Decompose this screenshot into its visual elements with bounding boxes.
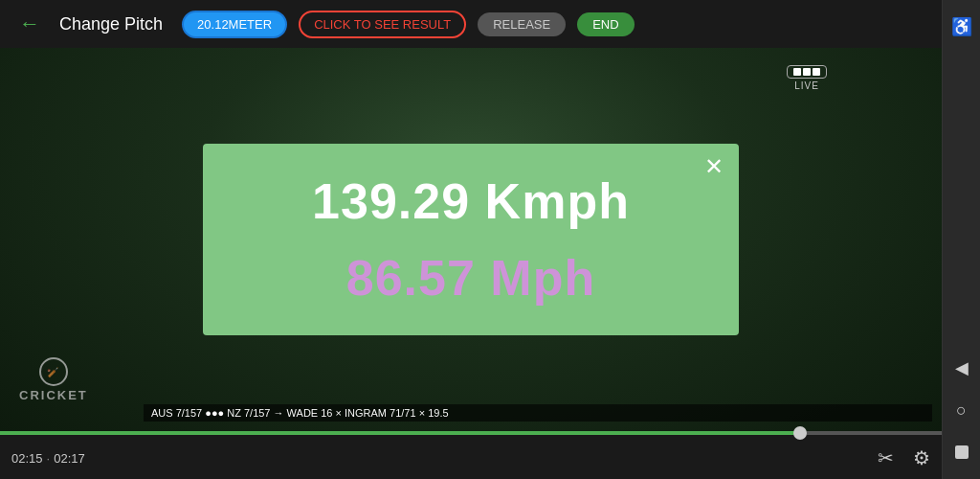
right-sidebar: ♿ ◀ ○	[942, 0, 980, 479]
back-button[interactable]: ←	[11, 8, 48, 40]
sidebar-icons-group: ◀ ○	[945, 351, 979, 469]
trim-icon[interactable]: ✂	[878, 446, 894, 469]
time-separator: ·	[47, 451, 51, 466]
settings-icon[interactable]: ⚙	[913, 446, 930, 469]
end-badge[interactable]: END	[577, 12, 634, 36]
release-badge[interactable]: RELEASE	[478, 12, 566, 36]
bottom-icons: ✂ ⚙	[878, 446, 930, 469]
page-title: Change Pitch	[59, 14, 163, 34]
modal-overlay: ✕ 139.29 Kmph 86.57 Mph	[0, 48, 942, 431]
stop-icon-shape	[955, 445, 969, 459]
modal-close-button[interactable]: ✕	[704, 155, 724, 178]
total-time: 02:17	[54, 451, 85, 466]
result-badge[interactable]: CLICK TO SEE RESULT	[299, 11, 466, 38]
accessibility-icon[interactable]: ♿	[945, 10, 979, 44]
bottom-bar: 02:15 · 02:17 ✂ ⚙	[0, 431, 942, 479]
bottom-controls: 02:15 · 02:17 ✂ ⚙	[0, 437, 942, 479]
progress-track[interactable]	[0, 431, 942, 435]
main-area: ← Change Pitch 20.12METER CLICK TO SEE R…	[0, 0, 942, 479]
speed-mph-display: 86.57 Mph	[346, 249, 595, 307]
screen: ← Change Pitch 20.12METER CLICK TO SEE R…	[0, 0, 980, 479]
progress-fill	[0, 431, 800, 435]
speed-kmph-display: 139.29 Kmph	[312, 172, 630, 230]
result-modal: ✕ 139.29 Kmph 86.57 Mph	[203, 144, 739, 335]
current-time: 02:15	[11, 451, 43, 466]
meter-badge: 20.12METER	[182, 11, 287, 38]
video-area: LIVE 🏏 CRICKET AUS 7/157 ●●● NZ 7/157 → …	[0, 48, 942, 431]
progress-thumb[interactable]	[793, 426, 807, 440]
stop-icon[interactable]	[945, 435, 979, 469]
top-bar: ← Change Pitch 20.12METER CLICK TO SEE R…	[0, 0, 942, 48]
time-display: 02:15 · 02:17	[11, 451, 85, 466]
circle-icon[interactable]: ○	[945, 393, 979, 427]
arrow-left-icon[interactable]: ◀	[945, 351, 979, 385]
